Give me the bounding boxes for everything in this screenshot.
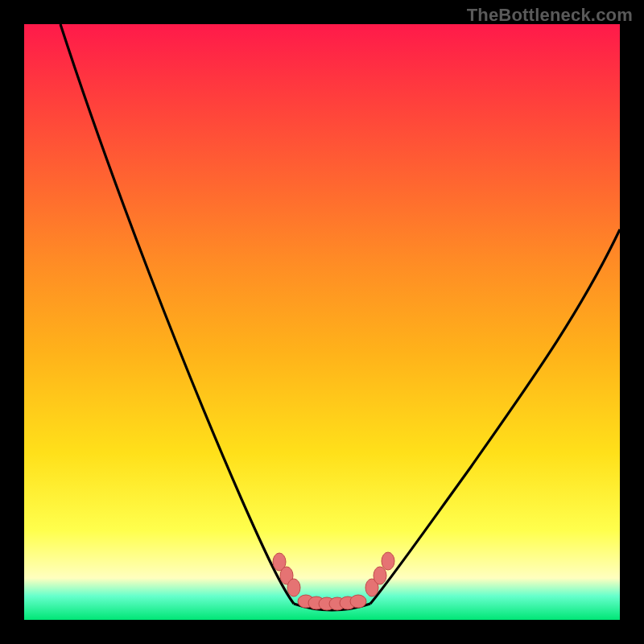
marker-left	[287, 579, 300, 597]
curve-left-branch	[60, 24, 294, 604]
chart-frame: TheBottleneck.com	[0, 0, 644, 644]
marker-right	[374, 567, 386, 584]
curve-right-branch	[370, 229, 620, 604]
marker-right	[382, 552, 394, 570]
curve-layer	[24, 24, 620, 620]
marker-floor	[350, 595, 366, 608]
plot-area	[24, 24, 620, 620]
watermark-text: TheBottleneck.com	[467, 5, 633, 26]
